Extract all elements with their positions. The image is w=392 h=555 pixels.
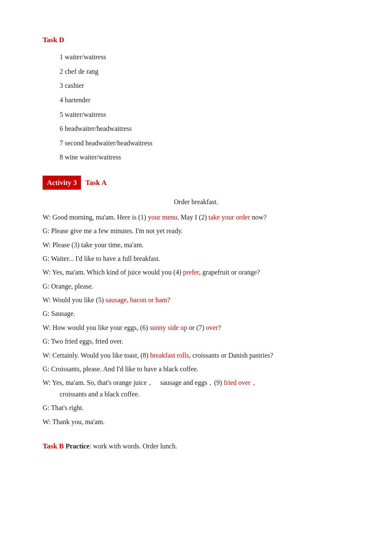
highlight-your-menu: your menu (148, 214, 177, 221)
activity-badge: Activity 3 (43, 176, 81, 190)
dialogue-line-2: G: Please give me a few minutes. I'm not… (43, 225, 349, 237)
text-segment: ? (167, 296, 170, 304)
text-segment: , grapefruit or orange? (199, 269, 260, 276)
text-segment: ? (218, 324, 221, 331)
text-segment: . May I (2) (177, 214, 208, 221)
highlight-over: over (206, 324, 218, 331)
highlight-prefer: prefer (183, 269, 199, 276)
list-item: 5 waiter/waitress (60, 109, 349, 120)
speaker-w: W: Good morning, ma'am. Here is (1) (43, 214, 148, 221)
speaker-g: G: That's right. (43, 404, 84, 411)
dialogue-line-10: G: Two fried eggs, fried over. (43, 336, 349, 347)
highlight-sausage-bacon-ham: sausage, bacon or ham (106, 296, 167, 304)
speaker-g: G: Waiter... I'd like to have a full bre… (43, 255, 160, 262)
list-item: 7 second headwaiter/headwaitress (60, 138, 349, 149)
speaker-g: G: Please give me a few minutes. I'm not… (43, 227, 183, 234)
speaker-w: W: Yes, ma'am. Which kind of juice would… (43, 269, 183, 276)
list-item: 3 cashier (60, 80, 349, 91)
dialogue-line-11: W: Certainly. Would you like toast, (8) … (43, 350, 349, 361)
highlight-fried-over: fried over (224, 379, 251, 386)
text-segment: or (7) (187, 324, 206, 331)
list-item: 4 bartender (60, 95, 349, 106)
list-item: 6 headwaiter/headwaitress (60, 123, 349, 134)
task-b-rest: : work with words. Order lunch. (89, 442, 177, 450)
speaker-w: W: Certainly. Would you like toast, (8) (43, 352, 150, 359)
activity-3-header: Activity 3 Task A (43, 176, 349, 190)
list-item: 1 waiter/waitress (60, 52, 349, 63)
practice-bold: Practice (66, 442, 89, 450)
dialogue-line-6: G: Orange, please. (43, 281, 349, 292)
order-breakfast-heading: Order breakfast. (43, 197, 349, 208)
task-b-label: Task B (43, 442, 64, 450)
dialogue-line-9: W: How would you like your eggs, (6) sun… (43, 322, 349, 333)
dialogue-line-5: W: Yes, ma'am. Which kind of juice would… (43, 267, 349, 278)
task-a-label: Task A (85, 177, 107, 188)
text-segment: ， (251, 379, 257, 386)
dialogue-line-15: W: Thank you, ma'am. (43, 416, 349, 428)
task-b-practice: Practice: work with words. Order lunch. (66, 442, 177, 450)
task-d-list: 1 waiter/waitress 2 chef de rang 3 cashi… (43, 52, 349, 163)
highlight-sunny-side-up: sunny side up (150, 324, 187, 331)
dialogue-line-13: W: Yes, ma'am. So, that's orange juice， … (43, 377, 349, 400)
list-item: 2 chef de rang (60, 66, 349, 77)
speaker-w: W: Please (3) take your time, ma'am. (43, 241, 144, 249)
text-segment: now? (250, 214, 267, 221)
dialogue-line-7: W: Would you like (5) sausage, bacon or … (43, 295, 349, 306)
speaker-w: W: How would you like your eggs, (6) (43, 324, 150, 331)
speaker-w: W: Would you like (5) (43, 296, 106, 304)
speaker-g: G: Croissants, please. And I'd like to h… (43, 365, 199, 373)
speaker-g: G: Orange, please. (43, 283, 93, 290)
speaker-w: W: Thank you, ma'am. (43, 418, 105, 425)
dialogue-line-4: G: Waiter... I'd like to have a full bre… (43, 253, 349, 264)
task-d-label: Task D (43, 34, 349, 46)
highlight-breakfast-rolls: breakfast rolls (150, 352, 189, 359)
speaker-g: G: Two fried eggs, fried over. (43, 338, 123, 345)
dialogue-line-14: G: That's right. (43, 402, 349, 413)
dialogue-line-8: G: Sausage. (43, 308, 349, 319)
dialogue-section: W: Good morning, ma'am. Here is (1) your… (43, 212, 349, 428)
text-segment: , croissants or Danish pastries? (189, 352, 273, 359)
speaker-w: W: Yes, ma'am. So, that's orange juice， … (43, 379, 224, 386)
dialogue-line-12: G: Croissants, please. And I'd like to h… (43, 364, 349, 375)
dialogue-line-3: W: Please (3) take your time, ma'am. (43, 240, 349, 251)
task-d-section: Task D 1 waiter/waitress 2 chef de rang … (43, 34, 349, 163)
dialogue-line-13-cont: croissants and a black coffee. (60, 389, 349, 400)
highlight-take-your-order: take your order (208, 214, 250, 221)
list-item: 8 wine waiter/waitress (60, 152, 349, 163)
speaker-g: G: Sausage. (43, 310, 75, 317)
dialogue-line-1: W: Good morning, ma'am. Here is (1) your… (43, 212, 349, 223)
task-b-section: Task B Practice: work with words. Order … (43, 440, 349, 452)
